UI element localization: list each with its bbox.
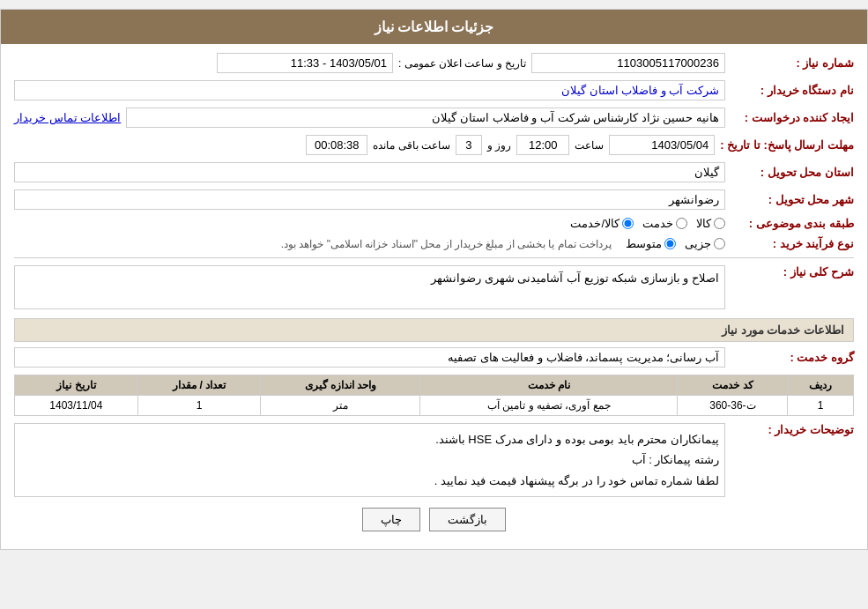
- shahr-value: رضوانشهر: [14, 189, 725, 210]
- ostan-value: گیلان: [14, 162, 725, 182]
- table-header-row: ردیف کد خدمت نام خدمت واحد اندازه گیری ت…: [15, 375, 854, 396]
- col-tedad: تعداد / مقدار: [137, 375, 261, 396]
- ostan-row: استان محل تحویل : گیلان: [14, 162, 854, 182]
- tabaqe-label: طبقه بندی موضوعی :: [731, 217, 854, 230]
- table-cell-name: جمع آوری، تصفیه و تامین آب: [420, 396, 678, 416]
- tabaqe-khadamat-radio[interactable]: [676, 218, 687, 229]
- service-table: ردیف کد خدمت نام خدمت واحد اندازه گیری ت…: [14, 375, 854, 416]
- page-header: جزئیات اطلاعات نیاز: [1, 10, 867, 44]
- tabaqe-row: طبقه بندی موضوعی : کالا خدمت کالا/خدمت: [14, 217, 854, 230]
- nam-dastgah-label: نام دستگاه خریدار :: [731, 84, 854, 97]
- table-cell-radif: 1: [788, 396, 854, 416]
- tabaqe-kala-radio[interactable]: [714, 218, 725, 229]
- ijad-konande-value: هانیه حسین نژاد کارشناس شرکت آب و فاضلاب…: [126, 108, 725, 128]
- rooz-label: روز و: [487, 139, 511, 152]
- tabaqe-kala-khadamat-radio[interactable]: [622, 218, 634, 229]
- khadamat-section-header: اطلاعات خدمات مورد نیاز: [14, 318, 854, 342]
- farayand-note: پرداخت تمام یا بخشی از مبلغ خریدار از مح…: [281, 238, 612, 250]
- col-tarikh: تاریخ نیاز: [15, 375, 138, 396]
- shomare-niaz-label: شماره نیاز :: [731, 56, 854, 70]
- tavazihat-line1: پیمانکاران محترم باید بومی بوده و دارای …: [20, 429, 719, 449]
- goroh-khadamat-label: گروه خدمت :: [731, 351, 854, 364]
- tarikh-elan-label: تاریخ و ساعت اعلان عمومی :: [398, 57, 526, 70]
- goroh-khadamat-row: گروه خدمت : آب رسانی؛ مدیریت پسماند، فاض…: [14, 347, 854, 368]
- date-value: 1403/05/04: [609, 135, 715, 155]
- tabaqe-khadamat-label: خدمت: [642, 217, 673, 230]
- nam-dastgah-value: شرکت آب و فاضلاب استان گیلان: [14, 80, 725, 100]
- page-title: جزئیات اطلاعات نیاز: [375, 19, 494, 34]
- sharh-koli-row: شرح کلی نیاز : اصلاح و بازسازی شبکه توزی…: [14, 265, 854, 309]
- col-radif: ردیف: [788, 375, 854, 396]
- table-cell-kod: ت-36-360: [678, 396, 788, 416]
- noe-farayand-group: جزیی متوسط پرداخت تمام یا بخشی از مبلغ خ…: [14, 237, 725, 250]
- table-cell-tarikh: 1403/11/04: [15, 396, 138, 416]
- motavaset-item: متوسط: [626, 237, 676, 250]
- divider-1: [14, 257, 854, 258]
- ijad-konande-label: ایجاد کننده درخواست :: [731, 111, 854, 124]
- sharh-koli-label: شرح کلی نیاز :: [731, 265, 854, 279]
- table-body: 1ت-36-360جمع آوری، تصفیه و تامین آبمتر11…: [15, 396, 854, 416]
- tarikh-elan-value: 1403/05/01 - 11:33: [217, 53, 393, 73]
- table-head: ردیف کد خدمت نام خدمت واحد اندازه گیری ت…: [15, 375, 854, 396]
- baghimande-value: 00:08:38: [306, 135, 367, 155]
- ostan-label: استان محل تحویل :: [731, 166, 854, 179]
- col-name: نام خدمت: [420, 375, 678, 396]
- tabaqe-kala-khadamat-item: کالا/خدمت: [570, 217, 634, 230]
- print-button[interactable]: چاپ: [362, 508, 420, 531]
- shahr-label: شهر محل تحویل :: [731, 193, 854, 206]
- mohlat-label: مهلت ارسال پاسخ: تا تاریخ :: [720, 138, 854, 152]
- back-button[interactable]: بازگشت: [429, 508, 506, 531]
- shomare-niaz-value: 1103005117000236: [531, 53, 725, 73]
- tabaqe-khadamat-item: خدمت: [642, 217, 687, 230]
- col-vahed: واحد اندازه گیری: [261, 375, 420, 396]
- rooz-value: 3: [456, 135, 482, 155]
- table-cell-vahed: متر: [261, 396, 420, 416]
- noe-farayand-row: نوع فرآیند خرید : جزیی متوسط پرداخت تمام…: [14, 237, 854, 250]
- tavazihat-row: توضیحات خریدار : پیمانکاران محترم باید ب…: [14, 423, 854, 497]
- tavazihat-value: پیمانکاران محترم باید بومی بوده و دارای …: [14, 423, 725, 497]
- jozei-label: جزیی: [685, 237, 711, 250]
- jozei-radio[interactable]: [714, 238, 725, 249]
- contact-info-link[interactable]: اطلاعات تماس خریدار: [14, 111, 121, 124]
- page-wrapper: جزئیات اطلاعات نیاز شماره نیاز : 1103005…: [0, 9, 868, 550]
- tavazihat-line2: رشته پیمانکار : آب: [20, 449, 719, 470]
- col-kod: کد خدمت: [678, 375, 788, 396]
- tabaqe-kala-khadamat-label: کالا/خدمت: [570, 217, 619, 230]
- saat-value: 12:00: [516, 135, 569, 155]
- motavaset-label: متوسط: [626, 237, 662, 250]
- saat-label: ساعت: [575, 139, 604, 152]
- ijad-konande-row: ایجاد کننده درخواست : هانیه حسین نژاد کا…: [14, 108, 854, 128]
- tavazihat-label: توضیحات خریدار :: [731, 423, 854, 436]
- motavaset-radio[interactable]: [664, 238, 676, 249]
- noe-farayand-label: نوع فرآیند خرید :: [731, 237, 854, 250]
- table-row: 1ت-36-360جمع آوری، تصفیه و تامین آبمتر11…: [15, 396, 854, 416]
- jozei-item: جزیی: [685, 237, 725, 250]
- goroh-khadamat-value: آب رسانی؛ مدیریت پسماند، فاضلاب و فعالیت…: [14, 347, 725, 368]
- sharh-koli-value: اصلاح و بازسازی شبکه توزیع آب آشامیدنی ش…: [14, 265, 725, 309]
- table-cell-tedad: 1: [137, 396, 261, 416]
- nam-dastgah-row: نام دستگاه خریدار : شرکت آب و فاضلاب است…: [14, 80, 854, 100]
- tavazihat-line3: لطفا شماره تماس خود را در برگه پیشنهاد ق…: [20, 471, 719, 491]
- tabaqe-kala-item: کالا: [696, 217, 725, 230]
- baghimande-label: ساعت باقی مانده: [373, 139, 450, 152]
- mohlat-ersal-row: مهلت ارسال پاسخ: تا تاریخ : 1403/05/04 س…: [14, 135, 854, 155]
- content-area: شماره نیاز : 1103005117000236 تاریخ و سا…: [1, 44, 867, 549]
- tabaqe-kala-label: کالا: [696, 217, 711, 230]
- shomare-niaz-row: شماره نیاز : 1103005117000236 تاریخ و سا…: [14, 53, 854, 73]
- shahr-row: شهر محل تحویل : رضوانشهر: [14, 189, 854, 210]
- button-row: بازگشت چاپ: [14, 508, 854, 531]
- tabaqe-radio-group: کالا خدمت کالا/خدمت: [14, 217, 725, 230]
